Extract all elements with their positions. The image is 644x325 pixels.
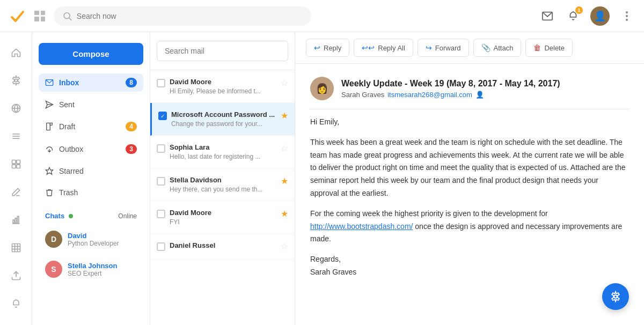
- top-navigation: 1 👤: [0, 0, 644, 32]
- online-label: Online: [118, 212, 137, 220]
- attach-label: Attach: [494, 44, 514, 52]
- email-preview-3: Hello, last date for registering ...: [170, 153, 276, 160]
- sent-icon: [45, 100, 54, 109]
- email-checkbox-6[interactable]: [157, 242, 165, 251]
- fab-settings-button[interactable]: [602, 283, 629, 310]
- email-sender-6: Daniel Russel: [170, 241, 276, 249]
- chat-name-david: David: [68, 232, 119, 240]
- forward-label: Forward: [435, 44, 461, 52]
- attach-icon: 📎: [481, 43, 491, 52]
- email-sender-4: Stella Davidson: [170, 176, 276, 184]
- more-options-btn[interactable]: [618, 8, 635, 25]
- email-divider: [310, 109, 629, 109]
- search-icon: [62, 11, 72, 21]
- email-preview-5: FYI: [170, 218, 276, 226]
- email-item-4[interactable]: Stella Davidson Hey there, can you send …: [150, 168, 295, 201]
- sidebar-settings-icon[interactable]: [4, 69, 28, 92]
- delete-label: Delete: [544, 44, 565, 52]
- inbox-label: Inbox: [59, 78, 79, 87]
- chat-info-david: David Python Developer: [68, 232, 119, 247]
- email-item-3[interactable]: Sophia Lara Hello, last date for registe…: [150, 136, 295, 168]
- grid-menu-icon[interactable]: [32, 9, 47, 24]
- email-checkbox-2[interactable]: [158, 112, 167, 120]
- app-logo[interactable]: [9, 8, 26, 25]
- forward-button[interactable]: ↪ Forward: [418, 39, 469, 57]
- email-star-6[interactable]: ☆: [281, 241, 288, 252]
- email-search-input[interactable]: [157, 41, 288, 61]
- email-star-4[interactable]: ★: [281, 176, 288, 186]
- email-item-5[interactable]: David Moore FYI ★: [150, 201, 295, 234]
- sidebar-item-starred[interactable]: Starred: [39, 162, 143, 180]
- starred-icon: [45, 167, 54, 175]
- email-item-1[interactable]: David Moore Hi Emily, Please be informed…: [150, 70, 295, 103]
- sidebar-upload-icon[interactable]: [4, 264, 28, 287]
- delete-button[interactable]: 🗑 Delete: [525, 39, 573, 57]
- svg-point-0: [64, 12, 70, 18]
- sidebar-item-outbox[interactable]: Outbox 3: [39, 140, 143, 158]
- email-star-1[interactable]: ☆: [281, 78, 288, 88]
- outbox-count: 3: [126, 144, 137, 154]
- email-subject: Weekly Update - Week 19 (May 8, 2017 - M…: [341, 79, 560, 88]
- chat-item-stella[interactable]: S Stella Johnson SEO Expert: [39, 256, 143, 282]
- email-star-3[interactable]: ☆: [281, 143, 288, 153]
- reply-label: Reply: [324, 44, 341, 52]
- sidebar-item-sent[interactable]: Sent: [39, 96, 143, 113]
- email-body-link[interactable]: http://www.bootstrapdash.com/: [310, 222, 413, 231]
- email-preview-1: Hi Emily, Please be informed t...: [170, 87, 276, 95]
- reply-all-button[interactable]: ↩↩ Reply All: [354, 39, 413, 57]
- draft-count: 4: [126, 122, 137, 131]
- sender-email-link[interactable]: itsmesarah268@gmail.com: [387, 91, 472, 99]
- svg-point-4: [14, 79, 17, 82]
- email-star-5[interactable]: ★: [281, 209, 288, 219]
- sidebar-item-draft[interactable]: Draft 4: [39, 117, 143, 136]
- email-sender-1: David Moore: [170, 78, 276, 86]
- svg-rect-27: [47, 123, 50, 130]
- attach-button[interactable]: 📎 Attach: [473, 39, 522, 57]
- icon-sidebar: [0, 32, 32, 325]
- user-avatar[interactable]: 👤: [590, 6, 610, 26]
- reply-icon: ↩: [314, 43, 320, 52]
- sidebar-box-icon[interactable]: [4, 152, 28, 176]
- email-body-para-1: This week has been a great week and the …: [310, 136, 629, 200]
- sidebar-globe-icon[interactable]: [4, 97, 28, 120]
- sidebar-table-icon[interactable]: [4, 236, 28, 260]
- email-content-4: Stella Davidson Hey there, can you send …: [170, 176, 276, 193]
- sidebar-item-trash[interactable]: Trash: [39, 184, 143, 201]
- email-detail-panel: ↩ Reply ↩↩ Reply All ↪ Forward 📎 Attach …: [295, 32, 644, 325]
- email-item-2[interactable]: Microsoft Account Password ... Change th…: [150, 103, 295, 136]
- sidebar-list-icon[interactable]: [4, 124, 28, 148]
- outbox-icon: [45, 145, 54, 153]
- notification-icon-btn[interactable]: 1: [565, 8, 582, 25]
- sidebar-bell-icon[interactable]: [4, 292, 28, 315]
- email-content-6: Daniel Russel: [170, 241, 276, 251]
- compose-button[interactable]: Compose: [39, 43, 143, 65]
- sidebar-edit-icon[interactable]: [4, 180, 28, 204]
- email-list-panel: David Moore Hi Emily, Please be informed…: [150, 32, 295, 325]
- email-star-2[interactable]: ★: [281, 110, 288, 121]
- email-body: 👩 Weekly Update - Week 19 (May 8, 2017 -…: [295, 64, 644, 325]
- sidebar-item-inbox[interactable]: Inbox 8: [39, 73, 143, 92]
- svg-rect-18: [12, 244, 20, 252]
- email-checkbox-3[interactable]: [157, 144, 165, 153]
- email-preview-2: Change the password for your...: [171, 120, 276, 128]
- email-content-5: David Moore FYI: [170, 209, 276, 226]
- email-item-6[interactable]: Daniel Russel ☆: [150, 234, 295, 260]
- mail-icon-btn[interactable]: [539, 8, 556, 25]
- sidebar-home-icon[interactable]: [4, 41, 28, 64]
- reply-button[interactable]: ↩ Reply: [306, 39, 349, 57]
- email-checkbox-5[interactable]: [157, 210, 165, 218]
- email-meta: Weekly Update - Week 19 (May 8, 2017 - M…: [341, 79, 560, 99]
- email-checkbox-1[interactable]: [157, 79, 165, 87]
- chat-item-david[interactable]: D David Python Developer: [39, 226, 143, 252]
- email-checkbox-4[interactable]: [157, 177, 165, 186]
- outbox-label: Outbox: [59, 145, 83, 153]
- nav-right-actions: 1 👤: [539, 6, 635, 26]
- email-from-row: Sarah Graves itsmesarah268@gmail.com 👤: [341, 91, 560, 99]
- svg-rect-11: [16, 160, 20, 164]
- sidebar-chart-icon[interactable]: [4, 208, 28, 232]
- search-input[interactable]: [77, 12, 303, 20]
- main-layout: Compose Inbox 8 Sent Draft 4: [0, 32, 644, 325]
- email-body-para-2: For the coming week the highest priority…: [310, 208, 629, 246]
- sent-label: Sent: [59, 100, 75, 109]
- email-search-container: [150, 32, 295, 70]
